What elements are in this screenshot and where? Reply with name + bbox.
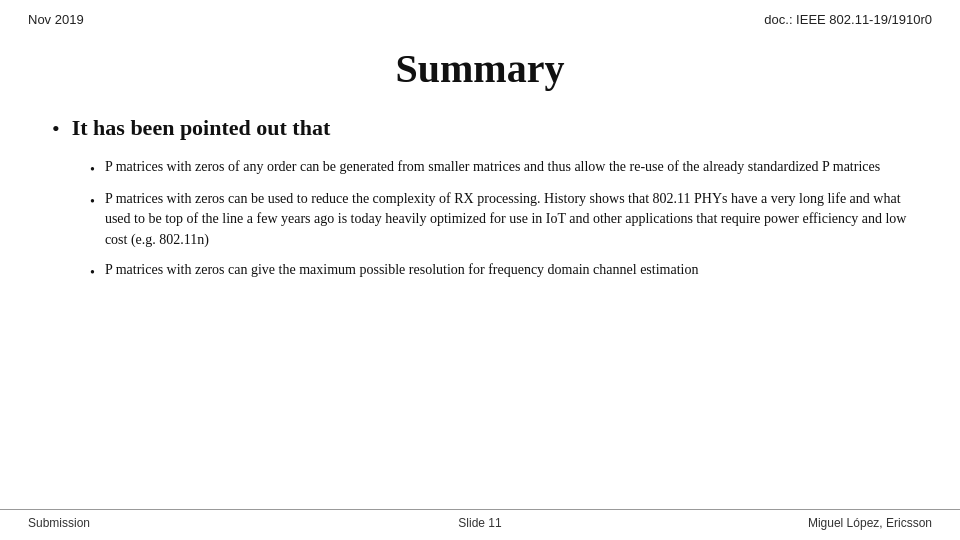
sub-bullet-1: • P matrices with zeros of any order can… [90,157,908,180]
slide: Nov 2019 doc.: IEEE 802.11-19/1910r0 Sum… [0,0,960,540]
footer-author: Miguel López, Ericsson [631,516,932,530]
footer-submission: Submission [28,516,329,530]
slide-header: Nov 2019 doc.: IEEE 802.11-19/1910r0 [0,0,960,27]
sub-bullets-list: • P matrices with zeros of any order can… [52,157,908,283]
title-section: Summary [0,45,960,92]
main-bullet-dot: • [52,116,60,142]
footer-slide-number: Slide 11 [329,516,630,530]
sub-bullet-2: • P matrices with zeros can be used to r… [90,189,908,250]
sub-bullet-text-2: P matrices with zeros can be used to red… [105,189,908,250]
main-bullet-text: It has been pointed out that [72,114,331,143]
main-bullet-item: • It has been pointed out that [52,114,908,143]
sub-bullet-dot-2: • [90,192,95,212]
sub-bullet-text-1: P matrices with zeros of any order can b… [105,157,880,177]
sub-bullet-3: • P matrices with zeros can give the max… [90,260,908,283]
header-date: Nov 2019 [28,12,84,27]
sub-bullet-dot-1: • [90,160,95,180]
header-doc-id: doc.: IEEE 802.11-19/1910r0 [764,12,932,27]
sub-bullet-dot-3: • [90,263,95,283]
sub-bullet-text-3: P matrices with zeros can give the maxim… [105,260,699,280]
slide-footer: Submission Slide 11 Miguel López, Ericss… [0,509,960,530]
content-area: • It has been pointed out that • P matri… [0,114,960,283]
slide-title: Summary [0,45,960,92]
